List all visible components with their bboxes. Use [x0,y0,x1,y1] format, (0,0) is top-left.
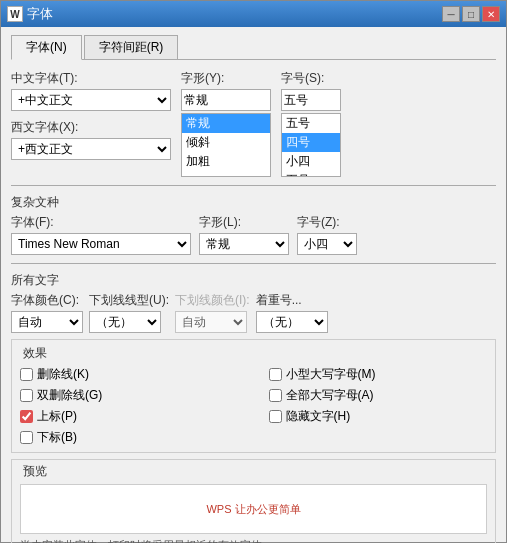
font-color-label: 字体颜色(C): [11,292,83,309]
superscript-label: 上标(P) [37,408,77,425]
emphasis-select[interactable]: （无） [256,311,328,333]
preview-content: WPS 让办公更简单 [206,502,300,517]
subscript-checkbox[interactable] [20,431,33,444]
tab-spacing[interactable]: 字符间距(R) [84,35,179,59]
small-caps-checkbox[interactable] [269,368,282,381]
complex-style-select[interactable]: 常规 [199,233,289,255]
chinese-font-field-row: +中文正文 [11,89,171,111]
effects-right: 小型大写字母(M) 全部大写字母(A) 隐藏文字(H) [269,366,488,446]
superscript-checkbox[interactable] [20,410,33,423]
complex-font-row: 字体(F): Times New Roman 字形(L): 常规 字号(Z): … [11,214,496,255]
tab-bar: 字体(N) 字符间距(R) [11,35,496,60]
title-bar: W 字体 ─ □ ✕ [1,1,506,27]
subscript-row: 下标(B) [20,429,239,446]
maximize-button[interactable]: □ [462,6,480,22]
dialog-content: 字体(N) 字符间距(R) 中文字体(T): +中文正文 西文字体(X): [1,27,506,543]
all-caps-checkbox[interactable] [269,389,282,402]
underline-type-field: 下划线线型(U): （无） [89,292,169,333]
underline-type-label: 下划线线型(U): [89,292,169,309]
small-caps-row: 小型大写字母(M) [269,366,488,383]
style-input[interactable] [181,89,271,111]
chinese-font-select[interactable]: +中文正文 [11,89,171,111]
preview-note: 尚未安装此字体，打印时将采用最相近的有效字体。 [20,538,487,543]
window-title: 字体 [27,5,53,23]
double-strikethrough-checkbox[interactable] [20,389,33,402]
all-text-section: 所有文字 字体颜色(C): 自动 下划线线型(U): （无） 下划线颜色(I): [11,272,496,333]
complex-size-label: 字号(Z): [297,214,357,231]
strikethrough-checkbox[interactable] [20,368,33,381]
strikethrough-label: 删除线(K) [37,366,89,383]
western-font-select[interactable]: +西文正文 [11,138,171,160]
all-caps-row: 全部大写字母(A) [269,387,488,404]
emphasis-field: 着重号... （无） [256,292,328,333]
tab-font[interactable]: 字体(N) [11,35,82,60]
western-font-label: 西文字体(X): [11,120,78,134]
title-buttons: ─ □ ✕ [442,6,500,22]
preview-label: 预览 [20,463,50,480]
subscript-label: 下标(B) [37,429,77,446]
style-group: 字形(Y): 常规 倾斜 加粗 [181,70,271,177]
effects-label: 效果 [20,345,50,362]
western-font-field-row: +西文正文 [11,138,171,160]
size-label: 字号(S): [281,70,341,87]
complex-font-section: 复杂文种 字体(F): Times New Roman 字形(L): 常规 字号… [11,194,496,255]
complex-section-label: 复杂文种 [11,194,496,211]
size-input[interactable] [281,89,341,111]
chinese-font-group: 中文字体(T): +中文正文 西文字体(X): +西文正文 [11,70,171,160]
size-listbox[interactable]: 五号 四号 小四 五号 [281,113,341,177]
complex-font-field: 字体(F): Times New Roman [11,214,191,255]
style-item-italic[interactable]: 倾斜 [182,133,270,152]
underline-color-label: 下划线颜色(I): [175,292,250,309]
size-item-4[interactable]: 四号 [282,133,340,152]
size-item-xs4[interactable]: 小四 [282,152,340,171]
hidden-checkbox[interactable] [269,410,282,423]
western-font-group: 西文字体(X): +西文正文 [11,119,171,160]
complex-font-label: 字体(F): [11,214,191,231]
complex-size-select[interactable]: 小四 [297,233,357,255]
double-strikethrough-row: 双删除线(G) [20,387,239,404]
size-item-5b[interactable]: 五号 [282,171,340,177]
all-text-label: 所有文字 [11,272,496,289]
complex-size-field: 字号(Z): 小四 [297,214,357,255]
effects-left: 删除线(K) 双删除线(G) 上标(P) 下标(B) [20,366,239,446]
strikethrough-row: 删除线(K) [20,366,239,383]
title-bar-left: W 字体 [7,5,53,23]
complex-style-field: 字形(L): 常规 [199,214,289,255]
app-icon: W [7,6,23,22]
divider-1 [11,185,496,186]
complex-style-label: 字形(L): [199,214,289,231]
style-item-regular[interactable]: 常规 [182,114,270,133]
style-listbox[interactable]: 常规 倾斜 加粗 [181,113,271,177]
all-text-row: 字体颜色(C): 自动 下划线线型(U): （无） 下划线颜色(I): 自动 [11,292,496,333]
font-dialog: W 字体 ─ □ ✕ 字体(N) 字符间距(R) 中文字体(T): +中文正文 [0,0,507,543]
hidden-row: 隐藏文字(H) [269,408,488,425]
small-caps-label: 小型大写字母(M) [286,366,376,383]
size-group: 字号(S): 五号 四号 小四 五号 [281,70,341,177]
hidden-label: 隐藏文字(H) [286,408,351,425]
font-color-field: 字体颜色(C): 自动 [11,292,83,333]
minimize-button[interactable]: ─ [442,6,460,22]
font-main-row: 中文字体(T): +中文正文 西文字体(X): +西文正文 [11,70,496,177]
style-label: 字形(Y): [181,70,271,87]
font-color-select[interactable]: 自动 [11,311,83,333]
size-item-5[interactable]: 五号 [282,114,340,133]
effects-grid: 删除线(K) 双删除线(G) 上标(P) 下标(B) [20,366,487,446]
underline-color-field: 下划线颜色(I): 自动 [175,292,250,333]
underline-type-select[interactable]: （无） [89,311,161,333]
preview-section: 预览 WPS 让办公更简单 尚未安装此字体，打印时将采用最相近的有效字体。 [11,459,496,543]
close-button[interactable]: ✕ [482,6,500,22]
double-strikethrough-label: 双删除线(G) [37,387,102,404]
effects-section: 效果 删除线(K) 双删除线(G) 上标(P) [11,339,496,453]
complex-font-select[interactable]: Times New Roman [11,233,191,255]
underline-color-select[interactable]: 自动 [175,311,247,333]
chinese-font-label: 中文字体(T): [11,70,171,87]
all-caps-label: 全部大写字母(A) [286,387,374,404]
emphasis-label: 着重号... [256,292,328,309]
divider-2 [11,263,496,264]
style-item-bold[interactable]: 加粗 [182,152,270,171]
preview-box: WPS 让办公更简单 [20,484,487,534]
superscript-row: 上标(P) [20,408,239,425]
